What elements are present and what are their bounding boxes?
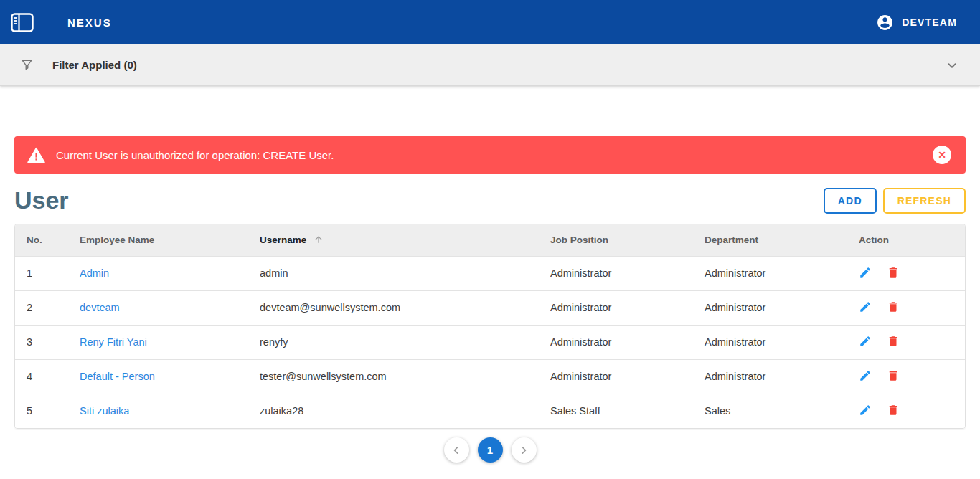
trash-icon	[887, 266, 900, 279]
pencil-icon	[859, 266, 872, 279]
close-icon: ✕	[938, 150, 946, 160]
refresh-button[interactable]: REFRESH	[883, 188, 966, 214]
col-header-employee-name[interactable]: Employee Name	[68, 224, 248, 256]
cell-action	[847, 359, 965, 394]
pencil-icon	[859, 300, 872, 313]
page-1-button[interactable]: 1	[478, 437, 503, 463]
table-row: 1 Admin admin Administrator Administrato…	[15, 256, 965, 290]
user-name: DEVTEAM	[902, 16, 957, 28]
cell-department: Administrator	[693, 290, 847, 325]
chevron-right-icon	[517, 443, 531, 457]
edit-button[interactable]	[859, 369, 872, 382]
col-header-username[interactable]: Username	[248, 224, 539, 256]
next-page-button[interactable]	[512, 437, 537, 463]
cell-action	[847, 290, 965, 325]
cell-no: 3	[15, 325, 68, 359]
filter-label: Filter Applied (0)	[52, 59, 137, 71]
cell-job-position: Administrator	[539, 256, 693, 290]
cell-department: Sales	[693, 394, 847, 428]
cell-job-position: Sales Staff	[539, 394, 693, 428]
table-row: 3 Reny Fitri Yani renyfy Administrator A…	[15, 325, 965, 359]
user-menu[interactable]: DEVTEAM	[876, 14, 957, 32]
title-row: User ADD REFRESH	[14, 186, 966, 214]
table-header-row: No. Employee Name Username Job Position …	[15, 224, 965, 256]
cell-action	[847, 394, 965, 428]
table-row: 2 devteam devteam@sunwellsystem.com Admi…	[15, 290, 965, 325]
delete-button[interactable]	[887, 300, 900, 313]
cell-username: tester@sunwellsystem.com	[248, 359, 539, 394]
alert-message: Current User is unauthorized for operati…	[56, 149, 334, 161]
cell-username: devteam@sunwellsystem.com	[248, 290, 539, 325]
delete-button[interactable]	[887, 369, 900, 382]
previous-page-button[interactable]	[444, 437, 469, 463]
user-avatar-icon	[876, 14, 894, 32]
cell-username: renyfy	[248, 325, 539, 359]
cell-no: 4	[15, 359, 68, 394]
delete-button[interactable]	[887, 335, 900, 348]
chevron-down-icon	[944, 57, 960, 73]
page-title: User	[14, 186, 69, 214]
chevron-left-icon	[449, 443, 463, 457]
cell-action	[847, 256, 965, 290]
user-table: No. Employee Name Username Job Position …	[14, 224, 966, 429]
pencil-icon	[859, 404, 872, 417]
col-header-job-position[interactable]: Job Position	[539, 224, 693, 256]
employee-name-link[interactable]: Default - Person	[80, 371, 155, 382]
pencil-icon	[859, 369, 872, 382]
cell-no: 1	[15, 256, 68, 290]
trash-icon	[887, 300, 900, 313]
cell-no: 5	[15, 394, 68, 428]
cell-username: admin	[248, 256, 539, 290]
trash-icon	[887, 335, 900, 348]
employee-name-link[interactable]: devteam	[80, 302, 120, 313]
col-header-action: Action	[847, 224, 965, 256]
sort-ascending-icon	[314, 234, 324, 245]
col-header-department[interactable]: Department	[693, 224, 847, 256]
trash-icon	[887, 369, 900, 382]
cell-no: 2	[15, 290, 68, 325]
sidebar-toggle-button[interactable]	[10, 12, 34, 32]
filter-expand-toggle[interactable]	[944, 57, 960, 73]
cell-job-position: Administrator	[539, 290, 693, 325]
pencil-icon	[859, 335, 872, 348]
delete-button[interactable]	[887, 404, 900, 417]
cell-job-position: Administrator	[539, 359, 693, 394]
edit-button[interactable]	[859, 266, 872, 279]
employee-name-link[interactable]: Admin	[80, 267, 109, 279]
cell-department: Administrator	[693, 256, 847, 290]
cell-job-position: Administrator	[539, 325, 693, 359]
employee-name-link[interactable]: Siti zulaika	[80, 405, 129, 417]
pagination: 1	[14, 437, 966, 463]
cell-department: Administrator	[693, 359, 847, 394]
col-header-no: No.	[15, 224, 68, 256]
sidebar-icon	[11, 13, 34, 32]
trash-icon	[887, 404, 900, 417]
employee-name-link[interactable]: Reny Fitri Yani	[80, 336, 147, 348]
cell-username: zulaika28	[248, 394, 539, 428]
top-navbar: NEXUS DEVTEAM	[0, 0, 980, 44]
filter-bar[interactable]: Filter Applied (0)	[0, 44, 980, 86]
edit-button[interactable]	[859, 300, 872, 313]
warning-icon	[27, 147, 45, 163]
cell-action	[847, 325, 965, 359]
error-alert: Current User is unauthorized for operati…	[14, 136, 966, 174]
edit-button[interactable]	[859, 335, 872, 348]
cell-department: Administrator	[693, 325, 847, 359]
alert-close-button[interactable]: ✕	[933, 146, 951, 164]
edit-button[interactable]	[859, 404, 872, 417]
table-row: 4 Default - Person tester@sunwellsystem.…	[15, 359, 965, 394]
main-content: Current User is unauthorized for operati…	[0, 136, 980, 463]
app-brand: NEXUS	[67, 16, 112, 29]
delete-button[interactable]	[887, 266, 900, 279]
add-button[interactable]: ADD	[824, 188, 877, 214]
table-row: 5 Siti zulaika zulaika28 Sales Staff Sal…	[15, 394, 965, 428]
filter-icon	[20, 58, 34, 72]
